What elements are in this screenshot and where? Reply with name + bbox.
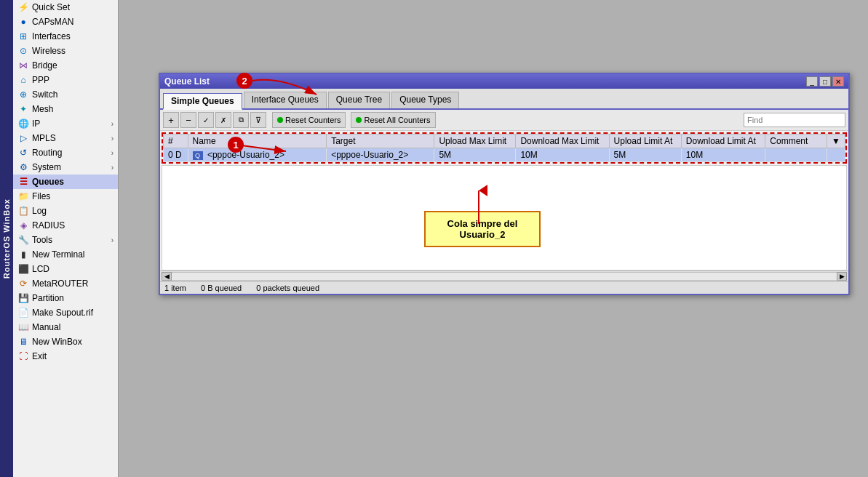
scroll-right-button[interactable]: ▶	[837, 272, 847, 281]
close-button[interactable]: ✕	[832, 76, 844, 87]
scrollbar-area: ◀ ▶	[160, 270, 848, 281]
sidebar-item-switch[interactable]: ⊕ Switch	[13, 87, 118, 102]
sidebar-item-ip[interactable]: 🌐 IP ›	[13, 116, 118, 131]
sidebar-item-mpls[interactable]: ▷ MPLS ›	[13, 131, 118, 145]
queue-table: # Name Target Upload Max Limit Download …	[163, 134, 845, 162]
add-button[interactable]: +	[163, 112, 179, 128]
sidebar-item-files[interactable]: 📁 Files	[13, 189, 118, 204]
col-name[interactable]: Name	[188, 135, 327, 148]
callout-box: Cola simpre delUsuario_2	[424, 211, 541, 247]
bridge-icon: ⋈	[17, 60, 29, 71]
reset-all-counters-button[interactable]: Reset All Counters	[351, 112, 435, 128]
disable-button[interactable]: ✗	[215, 112, 231, 128]
sidebar-item-mesh[interactable]: ✦ Mesh	[13, 102, 118, 116]
tab-queue-tree[interactable]: Queue Tree	[328, 92, 390, 108]
sidebar-item-tools[interactable]: 🔧 Tools ›	[13, 233, 118, 247]
tab-simple-queues[interactable]: Simple Queues	[163, 93, 242, 110]
sidebar-item-wireless[interactable]: ⊙ Wireless	[13, 44, 118, 58]
items-count: 1 item	[164, 284, 186, 292]
copy-button[interactable]: ⧉	[233, 112, 249, 128]
mesh-icon: ✦	[17, 103, 29, 115]
cell-empty	[827, 148, 845, 162]
counter-dot-all	[356, 117, 362, 123]
enable-button[interactable]: ✓	[198, 112, 214, 128]
sidebar-item-label: Wireless	[32, 46, 114, 56]
sidebar-item-label: Exit	[32, 351, 114, 361]
sidebar-item-label: RADIUS	[32, 220, 114, 231]
maximize-button[interactable]: □	[819, 76, 831, 87]
sidebar-item-log[interactable]: 📋 Log	[13, 204, 118, 218]
annotation-2: 2	[236, 73, 252, 89]
ip-icon: 🌐	[17, 118, 29, 129]
sidebar-item-quick-set[interactable]: ⚡ Quick Set	[13, 0, 118, 15]
radius-icon: ◈	[17, 220, 29, 231]
sidebar-item-exit[interactable]: ⛶ Exit	[13, 349, 118, 364]
sidebar-item-label: MetaROUTER	[32, 278, 114, 289]
sidebar-item-partition[interactable]: 💾 Partition	[13, 291, 118, 305]
sidebar-item-ppp[interactable]: ⌂ PPP	[13, 73, 118, 87]
reset-counters-label: Reset Counters	[285, 116, 341, 124]
scroll-left-button[interactable]: ◀	[162, 272, 172, 281]
sidebar-item-label: Bridge	[32, 60, 114, 71]
bytes-queued: 0 B queued	[201, 284, 242, 292]
sidebar-item-manual[interactable]: 📖 Manual	[13, 320, 118, 334]
col-upload-limit-at[interactable]: Upload Limit At	[609, 135, 681, 148]
sidebar-item-interfaces[interactable]: ⊞ Interfaces	[13, 29, 118, 44]
cell-upload-max: 5M	[434, 148, 516, 162]
sidebar-item-label: Make Supout.rif	[32, 308, 114, 318]
submenu-arrow: ›	[111, 135, 114, 143]
sidebar-item-label: Partition	[32, 293, 114, 303]
wireless-icon: ⊙	[17, 45, 29, 57]
sidebar-item-label: Tools	[32, 235, 111, 245]
sidebar-item-label: Interfaces	[32, 31, 114, 41]
counter-dot	[277, 117, 283, 123]
queue-table-container: # Name Target Upload Max Limit Download …	[162, 132, 847, 164]
routing-icon: ↺	[17, 147, 29, 159]
submenu-arrow: ›	[111, 120, 114, 128]
minimize-button[interactable]: _	[806, 76, 818, 87]
table-row[interactable]: 0 D Q <pppoe-Usuario_2> <pppoe-Usuario_2…	[164, 148, 845, 162]
statusbar: 1 item 0 B queued 0 packets queued	[160, 281, 848, 294]
submenu-arrow: ›	[111, 164, 114, 172]
badge-2: 2	[236, 73, 252, 89]
col-options[interactable]: ▼	[827, 135, 845, 148]
system-icon: ⚙	[17, 161, 29, 173]
sidebar-item-routing[interactable]: ↺ Routing ›	[13, 145, 118, 160]
scrollbar-track[interactable]	[172, 272, 837, 281]
tab-queue-types[interactable]: Queue Types	[391, 92, 459, 108]
col-download-max[interactable]: Download Max Limit	[516, 135, 609, 148]
tab-interface-queues[interactable]: Interface Queues	[244, 92, 327, 108]
col-download-limit-at[interactable]: Download Limit At	[681, 135, 765, 148]
sidebar-item-queues[interactable]: ☰ Queues	[13, 175, 118, 189]
sidebar-item-system[interactable]: ⚙ System ›	[13, 160, 118, 175]
callout-text: Cola simpre delUsuario_2	[447, 218, 518, 240]
reset-counters-button[interactable]: Reset Counters	[272, 112, 346, 128]
sidebar-item-bridge[interactable]: ⋈ Bridge	[13, 58, 118, 73]
sidebar-item-new-terminal[interactable]: ▮ New Terminal	[13, 247, 118, 262]
sidebar: ⚡ Quick Set ● CAPsMAN ⊞ Interfaces ⊙ Wir…	[13, 0, 119, 477]
window-controls: _ □ ✕	[806, 76, 844, 87]
sidebar-item-make-supout[interactable]: 📄 Make Supout.rif	[13, 305, 118, 320]
col-upload-max[interactable]: Upload Max Limit	[434, 135, 516, 148]
sidebar-item-new-winbox[interactable]: 🖥 New WinBox	[13, 334, 118, 349]
sidebar-item-capsman[interactable]: ● CAPsMAN	[13, 15, 118, 29]
window-title: Queue List	[164, 76, 210, 87]
sidebar-item-radius[interactable]: ◈ RADIUS	[13, 218, 118, 233]
col-num[interactable]: #	[164, 135, 188, 148]
col-target[interactable]: Target	[327, 135, 434, 148]
remove-button[interactable]: −	[180, 112, 196, 128]
col-comment[interactable]: Comment	[765, 135, 827, 148]
find-input[interactable]	[744, 113, 845, 127]
filter-button[interactable]: ⊽	[250, 112, 266, 128]
manual-icon: 📖	[17, 321, 29, 333]
sidebar-item-lcd[interactable]: ⬛ LCD	[13, 262, 118, 276]
partition-icon: 💾	[17, 292, 29, 304]
interfaces-icon: ⊞	[17, 31, 29, 42]
reset-all-label: Reset All Counters	[364, 116, 430, 124]
sidebar-item-label: Files	[32, 191, 114, 201]
toolbar: + − ✓ ✗ ⧉ ⊽ Reset Counters Reset All Cou…	[160, 110, 848, 131]
winbox-icon: 🖥	[17, 336, 29, 348]
capsman-icon: ●	[17, 16, 29, 28]
sidebar-item-metarouter[interactable]: ⟳ MetaROUTER	[13, 276, 118, 291]
queues-icon: ☰	[17, 176, 29, 188]
